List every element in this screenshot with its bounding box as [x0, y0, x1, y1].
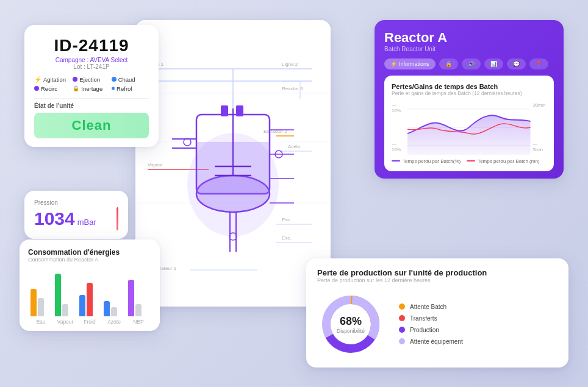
reactor-a-card: Reactor A Batch Reactor Unit ⚡ Informati…: [375, 20, 564, 179]
bar-froid-2: [87, 283, 93, 316]
svg-text:Esc.: Esc.: [282, 235, 292, 241]
bar-eau-1: [30, 289, 37, 316]
tab-location[interactable]: 📍: [529, 59, 548, 69]
tab-sound[interactable]: 🔊: [462, 59, 481, 69]
dot-transferts: [399, 315, 405, 321]
tag-inertage: 🔒 Inertage: [73, 85, 110, 92]
batch-title: Pertes/Gains de temps des Batch: [392, 83, 547, 90]
dot-icon: [73, 77, 77, 82]
etat-label: État de l'unité: [34, 102, 149, 109]
dot-attente-equipement: [399, 338, 405, 344]
dot-icon: [34, 86, 39, 91]
production-subtitle: Perte de production sur les 12 dernière …: [317, 277, 558, 283]
donut-text: Disponibilité: [337, 327, 365, 333]
bar-vapeur-2: [62, 304, 68, 316]
production-title: Perte de production sur l'unité de produ…: [317, 268, 558, 277]
tag-ejection: Ejection: [73, 76, 110, 83]
y-axis-right: 30min —5min: [533, 100, 547, 155]
clean-button[interactable]: Clean: [34, 113, 149, 138]
legend-item-mn: Temps perdu par Batch (mn): [467, 158, 539, 164]
bar-froid-1: [79, 295, 85, 316]
y-axis-left: —10% —10%: [392, 100, 405, 155]
id-card: ID-24119 Campagne : AVEVA Select Lot : L…: [24, 25, 159, 147]
bar-azote-1: [104, 301, 110, 316]
reactor-diagram-svg: Ligne 1 Ligne 2 Reactor 6 Extractor 2 Ac…: [135, 20, 331, 307]
batch-chart-wrapper: —10% —10%: [392, 100, 547, 155]
lock-tab-icon: 🔒: [445, 61, 452, 67]
reactor-a-subtitle: Batch Reactor Unit: [384, 46, 554, 52]
svg-text:Ligne 2: Ligne 2: [282, 62, 298, 67]
message-tab-icon: 💬: [513, 61, 520, 67]
energy-title: Consommation d'énergies: [28, 248, 151, 257]
label-attente-batch: Attente Batch: [410, 304, 446, 310]
donut-chart: 68% Disponibilité: [317, 291, 384, 358]
dot-attente-batch: [399, 304, 405, 310]
bar-group-azote: [104, 301, 124, 316]
batch-subtitle: Perte et gains de temps des Batch (12 de…: [392, 90, 547, 96]
reactor-diagram-card: Ligne 1 Ligne 2 Reactor 6 Extractor 2 Ac…: [135, 20, 331, 307]
sound-tab-icon: 🔊: [468, 61, 475, 67]
donut-label: 68% Disponibilité: [337, 314, 365, 333]
label-eau: Eau: [30, 319, 51, 325]
energy-subtitle: Consommation du Reactor A: [28, 257, 151, 263]
lightning-icon: ⚡: [34, 76, 41, 83]
scene: Ligne 1 Ligne 2 Reactor 6 Extractor 2 Ac…: [13, 14, 575, 374]
square-icon: ■: [112, 85, 115, 91]
reactor-a-title: Reactor A: [384, 30, 554, 46]
pressure-label: Pression: [34, 199, 118, 206]
legend-attente-equipement: Attente équipement: [399, 338, 463, 345]
bar-vapeur-1: [55, 274, 61, 316]
dot-production: [399, 327, 405, 333]
label-azote: Azote: [104, 319, 124, 325]
legend-label-mn: Temps perdu par Batch (mn): [478, 158, 539, 164]
tag-agitation: ⚡ Agitation: [34, 76, 71, 83]
bar-eau-2: [38, 298, 44, 316]
y-label-top-left: —10%: [392, 102, 405, 113]
production-card: Perte de production sur l'unité de produ…: [306, 258, 568, 367]
label-production: Production: [410, 327, 439, 333]
bar-chart: [28, 268, 151, 316]
id-lot: Lot : LT-241P: [34, 63, 149, 70]
tab-informations[interactable]: ⚡ Informations: [384, 59, 436, 69]
id-campaign: Campagne : AVEVA Select: [34, 57, 149, 63]
batch-chart: [407, 100, 531, 155]
legend-transferts: Transferts: [399, 315, 463, 322]
tag-refrol: ■ Refrol: [112, 85, 149, 92]
pressure-bar: [117, 207, 118, 230]
batch-legend: Temps perdu par Batch(%) Temps perdu par…: [392, 158, 547, 164]
svg-rect-30: [236, 105, 243, 116]
tab-lock[interactable]: 🔒: [439, 59, 458, 69]
tag-recirc: Recirc: [34, 85, 71, 92]
lock-icon: 🔒: [73, 85, 79, 91]
pressure-unit: mBar: [77, 218, 96, 227]
bar-labels: Eau Vapeur Froid Azote NEP: [28, 319, 151, 325]
tab-informations-label: Informations: [399, 61, 429, 67]
bar-group-nep: [128, 280, 149, 316]
svg-rect-29: [221, 105, 228, 116]
batch-chart-card: Pertes/Gains de temps des Batch Perte et…: [384, 76, 554, 171]
bar-nep-1: [128, 280, 134, 316]
svg-text:Esc.: Esc.: [282, 217, 292, 222]
svg-point-28: [196, 176, 270, 212]
reactor-a-tabs: ⚡ Informations 🔒 🔊 📊 💬 📍: [384, 59, 554, 69]
label-froid: Froid: [79, 319, 100, 325]
legend-production: Production: [399, 327, 463, 333]
batch-chart-svg: [407, 100, 531, 155]
tab-message[interactable]: 💬: [507, 59, 526, 69]
legend-line-purple: [392, 160, 400, 162]
donut-percentage: 68%: [337, 314, 365, 327]
tag-chaud: Chaud: [112, 76, 149, 83]
bar-azote-2: [111, 307, 117, 316]
id-tags: ⚡ Agitation Ejection Chaud Recirc 🔒 Iner…: [34, 76, 149, 92]
legend-item-pct: Temps perdu par Batch(%): [392, 158, 461, 164]
dot-icon: [112, 77, 117, 82]
bar-nep-2: [135, 304, 142, 316]
svg-text:Vapeur: Vapeur: [148, 162, 163, 168]
tab-chart[interactable]: 📊: [484, 59, 503, 69]
label-transferts: Transferts: [410, 315, 437, 322]
location-tab-icon: 📍: [536, 61, 542, 67]
pressure-card: Pression 1034 mBar: [24, 191, 128, 239]
production-legend: Attente Batch Transferts Production Atte…: [399, 304, 463, 345]
lightning-tab-icon: ⚡: [390, 61, 397, 67]
legend-line-red: [467, 160, 475, 162]
